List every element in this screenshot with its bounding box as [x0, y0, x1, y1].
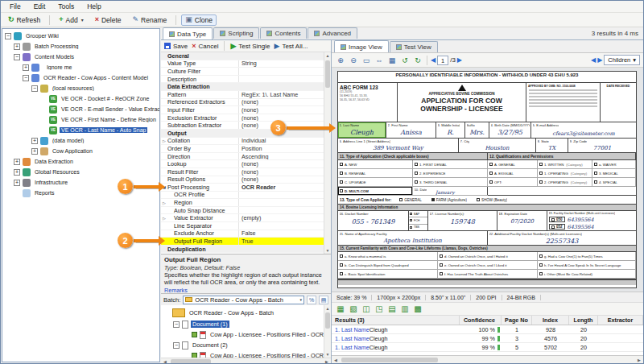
property-row[interactable]: Direction Ascending: [161, 153, 324, 161]
tree-expander-icon[interactable]: −: [5, 33, 11, 39]
tree-expander-icon[interactable]: −: [14, 54, 20, 60]
rotate-right-icon[interactable]: ↻: [412, 55, 423, 66]
property-row[interactable]: Result Filter (none): [161, 168, 324, 176]
children-dropdown[interactable]: Children ▾: [604, 55, 640, 65]
property-row[interactable]: ◢ Post Processing OCR Reader: [161, 184, 324, 192]
property-value[interactable]: False: [238, 230, 324, 238]
tree-item[interactable]: + Batch Processing: [2, 41, 159, 52]
property-value[interactable]: [238, 199, 324, 206]
scroll-left-icon[interactable]: ◀: [161, 359, 169, 364]
column-header-length[interactable]: Length: [569, 316, 598, 325]
batch-hscrollbar[interactable]: ◀ ▶: [161, 358, 331, 364]
tree-item[interactable]: + Data Extraction: [2, 156, 159, 167]
property-row[interactable]: Output: [161, 130, 324, 138]
tab[interactable]: Contents: [260, 27, 307, 39]
batch-tree-item[interactable]: Cow App - Licensee - Positions Filled - …: [161, 350, 324, 358]
add-button[interactable]: +Add▾: [55, 14, 87, 26]
scrollbar-thumb[interactable]: [171, 359, 211, 364]
column-header-extractor[interactable]: Extractor: [598, 316, 643, 325]
scroll-up-icon[interactable]: ▲: [324, 305, 331, 312]
fit-page-icon[interactable]: ▭: [361, 55, 372, 66]
refresh-button[interactable]: ↻Refresh: [4, 14, 44, 26]
tree-item[interactable]: + Cow Application: [2, 146, 159, 156]
zoom-out-icon[interactable]: ⊖: [348, 55, 359, 66]
prev-child-button[interactable]: ◀: [591, 56, 596, 64]
tree-expander-icon[interactable]: +: [31, 148, 38, 155]
property-row[interactable]: Description: [161, 76, 324, 84]
scroll-up-icon[interactable]: ▲: [324, 52, 331, 59]
clone-button[interactable]: ▣Clone: [181, 14, 217, 26]
scroll-right-icon[interactable]: ▶: [323, 359, 331, 364]
property-row[interactable]: Order By Position: [161, 145, 324, 153]
scrollbar-track[interactable]: [169, 359, 323, 364]
menu-item[interactable]: Edit: [27, 2, 52, 11]
save-button[interactable]: Save: [164, 43, 188, 50]
property-row[interactable]: General: [161, 52, 324, 60]
tree-expander-icon[interactable]: +: [14, 169, 20, 176]
result-row[interactable]: 1. Last NameCleugh 100 % 1 928 20: [332, 325, 643, 334]
scroll-right-icon[interactable]: ▶: [635, 358, 643, 362]
property-row[interactable]: Value Type String: [161, 60, 324, 68]
property-value[interactable]: [238, 52, 324, 60]
tree-item[interactable]: VE VE OCR - Last Name - Auto Snap: [2, 125, 159, 135]
tree-expander-icon[interactable]: −: [31, 85, 38, 92]
tree-expander-icon[interactable]: +: [23, 64, 29, 71]
property-value[interactable]: Ascending: [238, 153, 324, 160]
property-value[interactable]: (none): [238, 176, 324, 184]
property-value[interactable]: [238, 246, 324, 253]
viewer-tool-icon[interactable]: ▤: [386, 304, 398, 315]
viewer-tool-icon[interactable]: ◫: [361, 304, 372, 315]
batch-tree-scrollbar[interactable]: ▲ ▼: [324, 305, 331, 358]
property-value[interactable]: (empty): [238, 214, 324, 221]
tree-item[interactable]: − (local resources): [2, 83, 159, 93]
property-value[interactable]: [238, 222, 324, 230]
menu-item[interactable]: File: [3, 2, 27, 11]
result-row[interactable]: 1. Last NameCleugh 99 % 5 5702 20: [332, 343, 643, 352]
tree-expander-icon[interactable]: −: [173, 321, 180, 328]
property-value[interactable]: (none): [238, 160, 324, 168]
tree-item[interactable]: − OCR Reader - Cow Apps - Content Model: [2, 72, 159, 83]
rotate-left-icon[interactable]: ↺: [399, 55, 411, 66]
property-row[interactable]: Pattern RegEx: 1\. Last Name: [161, 91, 324, 99]
property-row[interactable]: ▷ Collation Individual: [161, 138, 324, 146]
property-row[interactable]: Line Separator: [161, 222, 324, 230]
result-row[interactable]: 1. Last NameCleugh 99 % 3 4576 20: [332, 334, 643, 343]
next-page-button[interactable]: ▶: [457, 56, 462, 64]
batch-browse-button[interactable]: ▤: [319, 296, 328, 304]
tree-item[interactable]: + Global Resources: [2, 167, 159, 177]
viewer-tab[interactable]: Image View: [334, 40, 389, 52]
property-value[interactable]: [238, 207, 324, 214]
tab[interactable]: Data Type: [163, 27, 213, 39]
batch-filter-button[interactable]: %: [307, 296, 316, 304]
property-value[interactable]: RegEx: 1\. Last Name: [238, 91, 324, 98]
property-row[interactable]: ▷ Value Extractor (empty): [161, 214, 324, 222]
scrollbar-thumb[interactable]: [325, 312, 330, 329]
viewer-tool-icon[interactable]: ▩: [412, 304, 423, 315]
document-page[interactable]: PERSONALLY IDENTIFIABLE INFORMATION - WI…: [337, 71, 637, 288]
viewer-tab[interactable]: Test View: [390, 41, 438, 52]
fit-width-icon[interactable]: ⇔: [374, 55, 385, 66]
tree-item[interactable]: − Grooper Wiki: [2, 31, 159, 41]
viewer-tool-icon[interactable]: ◳: [374, 304, 385, 315]
property-value[interactable]: Position: [238, 145, 324, 152]
scrollbar-thumb[interactable]: [341, 358, 438, 362]
scroll-left-icon[interactable]: ◀: [332, 358, 340, 362]
tab[interactable]: Advanced: [308, 27, 357, 39]
batch-tree-item[interactable]: Cow App - Licensee - Positions Filled - …: [161, 329, 324, 340]
property-value[interactable]: Individual: [238, 138, 324, 145]
property-row[interactable]: Data Extraction: [161, 83, 324, 91]
delete-button[interactable]: ×Delete: [91, 14, 126, 26]
viewer-tool-icon[interactable]: ▥: [399, 304, 411, 315]
scroll-down-icon[interactable]: ▼: [324, 351, 331, 358]
property-value[interactable]: [238, 76, 324, 83]
tree-item[interactable]: Reports: [2, 188, 159, 198]
viewer-tool-icon[interactable]: ▧: [348, 304, 359, 315]
tree-item[interactable]: + _Ignore me: [2, 62, 159, 72]
property-row[interactable]: Exclude Anchor False: [161, 230, 324, 238]
tree-expander-icon[interactable]: +: [14, 43, 20, 50]
property-grid-scrollbar[interactable]: ▲ ▼: [324, 52, 331, 254]
cancel-button[interactable]: ×Cancel: [192, 43, 218, 50]
property-row[interactable]: Referenced Extractors (none): [161, 99, 324, 107]
viewer-tool-icon[interactable]: ▦: [335, 304, 346, 315]
scrollbar-track[interactable]: [340, 358, 635, 362]
